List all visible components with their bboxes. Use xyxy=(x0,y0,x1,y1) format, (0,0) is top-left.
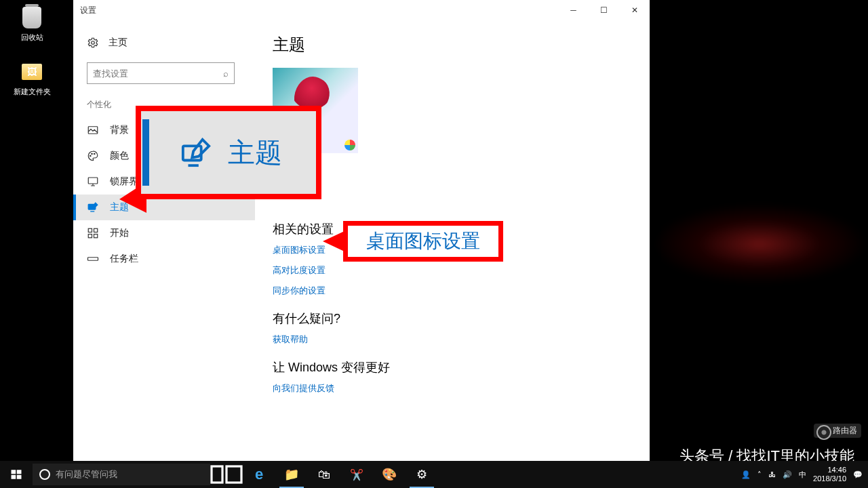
titlebar[interactable]: 设置 ─ ☐ ✕ xyxy=(73,0,650,20)
window-title: 设置 xyxy=(80,5,96,16)
svg-rect-13 xyxy=(12,470,16,474)
tray-network-icon[interactable]: 🖧 xyxy=(768,470,776,479)
desktop-icon-label: 回收站 xyxy=(8,33,56,43)
sidebar-item-taskbar[interactable]: 任务栏 xyxy=(73,246,255,272)
cortana-placeholder: 有问题尽管问我 xyxy=(56,468,117,481)
link-sync-settings[interactable]: 同步你的设置 xyxy=(273,285,632,297)
minimize-button[interactable]: ─ xyxy=(558,0,589,20)
annotation-arrow xyxy=(323,230,346,252)
close-button[interactable]: ✕ xyxy=(619,0,650,20)
home-button[interactable]: 主页 xyxy=(73,33,255,53)
svg-rect-17 xyxy=(212,466,222,483)
desktop-icon-recycle-bin[interactable]: 回收站 xyxy=(8,5,56,43)
annotation-text: 主题 xyxy=(228,134,282,171)
link-high-contrast[interactable]: 高对比度设置 xyxy=(273,264,632,277)
pen-monitor-icon xyxy=(180,137,212,168)
palette-icon xyxy=(87,150,99,162)
pen-monitor-icon xyxy=(87,201,99,214)
clock-time: 14:46 xyxy=(813,466,846,474)
home-label: 主页 xyxy=(108,37,127,49)
annotation-callout-desktop-icons: 桌面图标设置 xyxy=(343,221,503,262)
folder-icon xyxy=(22,64,42,80)
system-tray: 👤 ˄ 🖧 🔊 中 14:46 2018/3/10 💬 xyxy=(741,466,868,483)
taskbar-icon xyxy=(87,253,99,265)
taskbar-clock[interactable]: 14:46 2018/3/10 xyxy=(813,466,846,483)
clock-date: 2018/3/10 xyxy=(813,474,846,483)
gear-icon: ⚙ xyxy=(416,467,427,482)
monitor-icon xyxy=(87,176,99,188)
gear-icon xyxy=(87,37,99,49)
taskbar-app-snip[interactable]: ✂️ xyxy=(340,461,373,488)
sidebar-item-start[interactable]: 开始 xyxy=(73,220,255,246)
svg-rect-16 xyxy=(17,475,22,479)
taskbar-app-paint[interactable]: 🎨 xyxy=(373,461,406,488)
cortana-icon xyxy=(39,469,50,480)
maximize-button[interactable]: ☐ xyxy=(589,0,619,20)
svg-rect-7 xyxy=(88,228,92,232)
folder-icon: 📁 xyxy=(284,467,299,482)
taskbar-app-settings[interactable]: ⚙ xyxy=(406,461,438,488)
annotation-text: 桌面图标设置 xyxy=(366,228,480,254)
start-button[interactable] xyxy=(0,461,33,488)
svg-rect-5 xyxy=(88,178,98,184)
windows-icon xyxy=(10,468,22,481)
feedback-heading: 让 Windows 变得更好 xyxy=(273,359,632,375)
action-center-icon[interactable]: 💬 xyxy=(853,470,863,479)
nav-label: 背景 xyxy=(110,124,129,136)
paint-icon: 🎨 xyxy=(382,467,397,482)
taskbar-app-edge[interactable]: e xyxy=(243,461,275,488)
task-view-button[interactable] xyxy=(210,461,243,488)
image-icon xyxy=(87,124,99,136)
tray-ime-icon[interactable]: 中 xyxy=(799,470,806,480)
page-title: 主题 xyxy=(273,34,632,56)
tray-volume-icon[interactable]: 🔊 xyxy=(783,470,792,479)
grid-icon xyxy=(87,227,99,239)
svg-rect-15 xyxy=(12,475,16,479)
svg-point-4 xyxy=(94,153,96,155)
questions-heading: 有什么疑问? xyxy=(273,310,632,327)
svg-rect-8 xyxy=(94,228,98,232)
tray-people-icon[interactable]: 👤 xyxy=(741,470,751,479)
search-input[interactable] xyxy=(93,68,229,79)
nav-label: 开始 xyxy=(110,227,129,239)
link-get-help[interactable]: 获取帮助 xyxy=(273,333,632,346)
annotation-callout-themes: 主题 xyxy=(136,106,321,199)
taskbar-app-explorer[interactable]: 📁 xyxy=(275,461,308,488)
link-give-feedback[interactable]: 向我们提供反馈 xyxy=(273,382,632,394)
desktop-icon-label: 新建文件夹 xyxy=(8,87,56,97)
svg-rect-14 xyxy=(17,470,22,474)
desktop-icon-new-folder[interactable]: 新建文件夹 xyxy=(8,60,56,97)
tray-chevron-up-icon[interactable]: ˄ xyxy=(757,470,762,479)
recycle-bin-icon xyxy=(22,7,41,28)
taskbar: 有问题尽管问我 e 📁 🛍 ✂️ 🎨 ⚙ 👤 ˄ 🖧 🔊 中 14:46 201… xyxy=(0,461,868,488)
cortana-search[interactable]: 有问题尽管问我 xyxy=(33,464,210,485)
search-icon: ⌕ xyxy=(223,68,229,79)
scissors-icon: ✂️ xyxy=(350,468,363,481)
taskbar-app-store[interactable]: 🛍 xyxy=(308,461,340,488)
svg-point-2 xyxy=(90,155,92,157)
store-icon: 🛍 xyxy=(318,468,330,482)
sidebar: 主页 ⌕ 个性化 背景 颜色 锁屏界面 主题 xyxy=(73,20,255,461)
svg-rect-11 xyxy=(88,258,98,261)
svg-rect-9 xyxy=(88,235,92,238)
search-box[interactable]: ⌕ xyxy=(87,62,235,84)
nav-label: 颜色 xyxy=(110,150,129,162)
svg-point-3 xyxy=(92,153,93,155)
decorative-glow xyxy=(651,203,868,285)
svg-point-0 xyxy=(92,41,95,45)
theme-badge-icon xyxy=(344,140,355,150)
svg-rect-10 xyxy=(94,235,98,238)
nav-label: 任务栏 xyxy=(110,253,138,265)
svg-rect-18 xyxy=(226,466,241,483)
edge-icon: e xyxy=(255,466,263,483)
watermark-badge: 路由器 xyxy=(814,424,861,438)
task-view-icon xyxy=(210,462,243,487)
